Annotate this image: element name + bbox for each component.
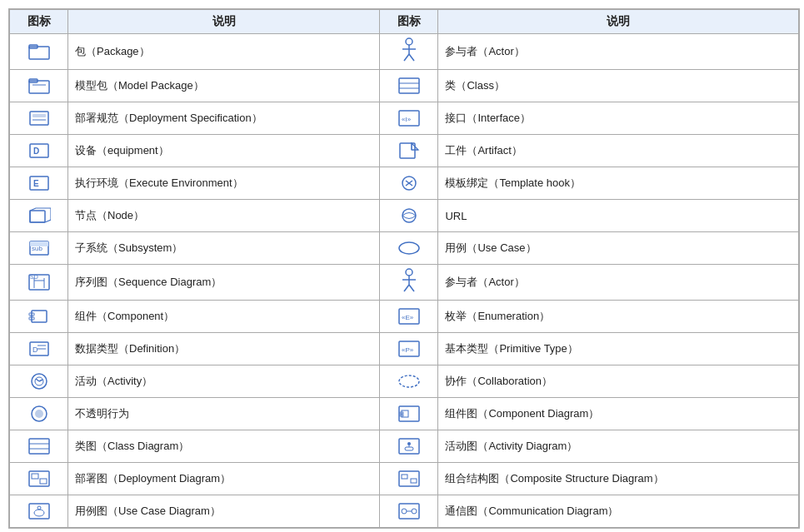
icon-usecase-diagram [27, 500, 52, 523]
header-row: 图标 说明 图标 说明 [10, 10, 799, 34]
svg-line-44 [404, 285, 409, 291]
svg-rect-68 [29, 439, 49, 454]
reference-table: 图标 说明 图标 说明 包（Package） 参与者（Actor） 模型包（Mo… [9, 9, 799, 528]
icon-cell-left-3: D [10, 135, 68, 167]
desc-cell-left-2: 部署规范（Deployment Specification） [68, 102, 380, 135]
desc-cell-left-8: 组件（Component） [68, 301, 380, 333]
icon-cell-right-0 [380, 34, 438, 70]
icon-cell-left-1 [10, 70, 68, 102]
icon-artifact [397, 139, 422, 162]
icon-class [397, 74, 422, 97]
icon-cell-right-5 [380, 200, 438, 232]
icon-composite-structure [397, 467, 422, 490]
desc-cell-right-6: 用例（Use Case） [438, 232, 799, 265]
icon-url [397, 204, 422, 227]
icon-cell-right-6 [380, 232, 438, 265]
desc-cell-right-3: 工件（Artifact） [438, 135, 799, 167]
icon-cell-left-8 [10, 301, 68, 333]
desc-cell-right-11: 组件图（Component Diagram） [438, 398, 799, 430]
svg-rect-79 [402, 475, 407, 479]
desc-cell-left-6: 子系统（Subsystem） [68, 232, 380, 265]
svg-point-63 [35, 410, 43, 418]
svg-point-41 [406, 269, 412, 276]
icon-component [27, 305, 52, 328]
table-row-12: 类图（Class Diagram） 活动图（Activity Diagram） [10, 430, 799, 463]
icon-cell-left-9: D [10, 333, 68, 365]
svg-point-82 [34, 510, 44, 516]
desc-cell-right-5: URL [438, 200, 799, 232]
table-row-7: SD 序列图（Sequence Diagram） 参与者（Actor） [10, 265, 799, 301]
desc-cell-right-9: 基本类型（Primitive Type） [438, 333, 799, 365]
svg-text:SD: SD [30, 274, 38, 280]
svg-rect-29 [30, 211, 45, 222]
icon-opaque-action [27, 402, 52, 425]
svg-rect-20 [400, 143, 415, 158]
desc-cell-right-10: 协作（Collaboration） [438, 365, 799, 398]
svg-rect-46 [32, 311, 47, 322]
icon-activity-diagram [397, 435, 422, 458]
svg-point-61 [399, 375, 419, 387]
desc-cell-left-4: 执行环境（Execute Environment） [68, 167, 380, 200]
table-row-6: sub 子系统（Subsystem） 用例（Use Case） [10, 232, 799, 265]
icon-actor2 [397, 269, 422, 292]
icon-cell-right-4 [380, 167, 438, 200]
header-desc2: 说明 [438, 10, 799, 34]
icon-cell-right-1 [380, 70, 438, 102]
icon-cell-left-11 [10, 398, 68, 430]
svg-rect-14 [32, 114, 46, 117]
icon-cell-left-10 [10, 365, 68, 398]
desc-cell-right-4: 模板绑定（Template hook） [438, 167, 799, 200]
svg-text:«E»: «E» [402, 314, 414, 321]
table-row-8: 组件（Component） «E» 枚举（Enumeration） [10, 301, 799, 333]
svg-line-59 [36, 379, 39, 381]
icon-primitive-type: «P» [397, 337, 422, 360]
icon-deployment-diagram [27, 467, 52, 490]
icon-activity [27, 370, 52, 393]
main-table-container: 图标 说明 图标 说明 包（Package） 参与者（Actor） 模型包（Mo… [8, 8, 800, 529]
svg-rect-73 [405, 447, 413, 450]
svg-text:E: E [33, 179, 39, 188]
icon-enumeration: «E» [397, 305, 422, 328]
header-desc1: 说明 [68, 10, 380, 34]
svg-rect-13 [30, 112, 48, 125]
icon-equipment: D [27, 139, 52, 162]
svg-rect-76 [32, 474, 38, 479]
icon-folder-model [27, 74, 52, 97]
icon-component-diagram [397, 402, 422, 425]
svg-point-35 [399, 242, 419, 254]
svg-line-60 [39, 380, 42, 381]
icon-template-hook [397, 172, 422, 195]
table-row-14: 用例图（Use Case Diagram） 通信图（Communication … [10, 495, 799, 528]
icon-interface: «I» [397, 107, 422, 130]
desc-cell-right-7: 参与者（Actor） [438, 265, 799, 301]
desc-cell-left-5: 节点（Node） [68, 200, 380, 232]
svg-rect-80 [411, 479, 417, 483]
icon-cell-left-4: E [10, 167, 68, 200]
icon-cell-right-10 [380, 365, 438, 398]
table-row-2: 部署规范（Deployment Specification） «I» 接口（In… [10, 102, 799, 135]
icon-definition: D [27, 337, 52, 360]
icon-cell-right-8: «E» [380, 301, 438, 333]
table-row-5: 节点（Node） URL [10, 200, 799, 232]
desc-cell-right-0: 参与者（Actor） [438, 34, 799, 70]
table-row-3: D 设备（equipment） 工件（Artifact） [10, 135, 799, 167]
icon-cell-right-12 [380, 430, 438, 463]
icon-collaboration [397, 370, 422, 393]
table-row-0: 包（Package） 参与者（Actor） [10, 34, 799, 70]
desc-cell-left-13: 部署图（Deployment Diagram） [68, 463, 380, 495]
desc-cell-right-13: 组合结构图（Composite Structure Diagram） [438, 463, 799, 495]
table-row-10: 活动（Activity） 协作（Collaboration） [10, 365, 799, 398]
svg-text:sub: sub [32, 245, 42, 252]
header-icon1: 图标 [10, 10, 68, 34]
svg-point-86 [412, 509, 417, 514]
svg-point-85 [402, 509, 407, 514]
svg-rect-77 [40, 479, 47, 484]
table-row-11: 不透明行为 组件图（Component Diagram） [10, 398, 799, 430]
icon-cell-left-13 [10, 463, 68, 495]
icon-node [27, 204, 52, 227]
icon-cell-left-6: sub [10, 232, 68, 265]
icon-class-diagram [27, 435, 52, 458]
svg-rect-10 [399, 78, 419, 93]
icon-sequence-diagram: SD [27, 271, 52, 294]
desc-cell-right-2: 接口（Interface） [438, 102, 799, 135]
